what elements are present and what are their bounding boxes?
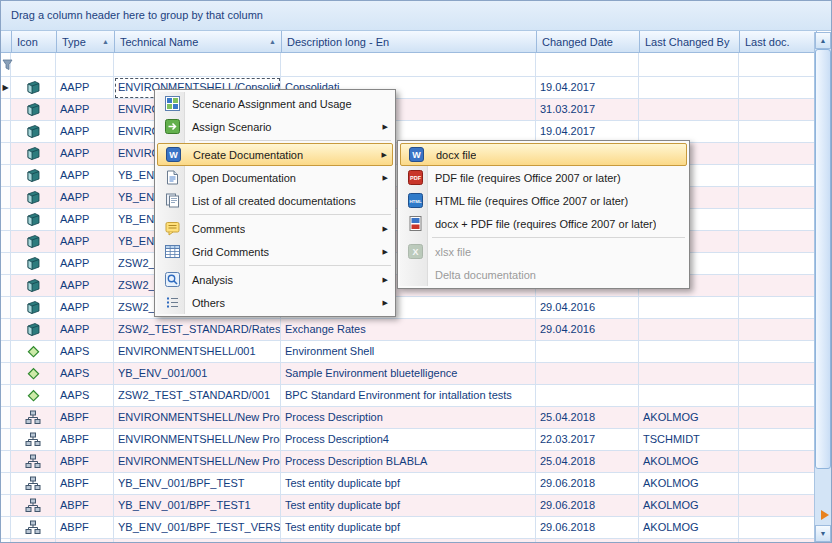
filter-cell-description[interactable]: [281, 53, 536, 77]
last-doc-cell[interactable]: [739, 297, 816, 319]
context-menu-item-create-documentation[interactable]: WCreate Documentation▶: [157, 143, 393, 166]
last-doc-cell[interactable]: [739, 209, 816, 231]
group-by-bar[interactable]: Drag a column header here to group by th…: [1, 1, 831, 31]
type-cell[interactable]: ABPF: [56, 517, 114, 539]
type-cell[interactable]: AAPP: [56, 143, 114, 165]
last-doc-cell[interactable]: [739, 121, 816, 143]
filter-cell-last-doc[interactable]: [739, 53, 816, 77]
technical-name-cell[interactable]: YB_ENV_001/BPF_TEST1: [114, 495, 281, 517]
type-cell[interactable]: ABPF: [56, 473, 114, 495]
changed-date-cell[interactable]: 31.03.2017: [536, 99, 639, 121]
table-row[interactable]: ABPFENVIRONMENTSHELL/New Proc...Process …: [1, 451, 816, 473]
table-row[interactable]: ABPFYB_ENV_001/BPF_TEST_VERSIONTest enti…: [1, 517, 816, 539]
table-row[interactable]: ABPFYB_ENV_001/BPF_TEST1Test entity dupl…: [1, 495, 816, 517]
table-row[interactable]: AAPSYB_ENV_001/001Sample Environment blu…: [1, 363, 816, 385]
table-row[interactable]: AAPSZSW2_TEST_STANDARD/001BPC Standard E…: [1, 385, 816, 407]
column-header-icon[interactable]: Icon: [12, 31, 57, 53]
last-changed-by-cell[interactable]: AKOLMOG: [639, 451, 739, 473]
context-menu-item-scenario-assignment-and-usage[interactable]: Scenario Assignment and Usage: [157, 92, 393, 115]
table-row[interactable]: AAPPENVIRO31.03.2017: [1, 99, 816, 121]
type-cell[interactable]: AAPS: [56, 363, 114, 385]
description-cell[interactable]: BPC Standard Environment for intallation…: [281, 385, 536, 407]
column-header-technical-name[interactable]: Technical Name ▲: [115, 31, 282, 53]
technical-name-cell[interactable]: ZSW2_TEST_STANDARD/001: [114, 385, 281, 407]
column-header-type[interactable]: Type ▲: [57, 31, 115, 53]
last-changed-by-cell[interactable]: [639, 385, 739, 407]
column-header-description[interactable]: Description long - En: [282, 31, 537, 53]
table-row[interactable]: AAPPZSW2_TEST_STANDARD/RatesExchange Rat…: [1, 319, 816, 341]
description-cell[interactable]: Process Description: [281, 407, 536, 429]
type-cell[interactable]: AAPP: [56, 165, 114, 187]
context-menu-item-assign-scenario[interactable]: Assign Scenario▶: [157, 115, 393, 138]
context-menu-item-list-of-all-created-documentations[interactable]: List of all created documentations: [157, 189, 393, 212]
type-cell[interactable]: AAPP: [56, 319, 114, 341]
technical-name-cell[interactable]: YB_ENV_001/New Process12: [114, 539, 281, 543]
description-cell[interactable]: Sample Environment bluetelligence: [281, 363, 536, 385]
last-doc-cell[interactable]: [739, 473, 816, 495]
column-header-last-doc[interactable]: Last doc.: [740, 31, 817, 53]
last-doc-cell[interactable]: [739, 341, 816, 363]
changed-date-cell[interactable]: 29.06.2018: [536, 517, 639, 539]
changed-date-cell[interactable]: [536, 385, 639, 407]
description-cell[interactable]: Test entity duplicate bpf: [281, 517, 536, 539]
changed-date-cell[interactable]: [536, 341, 639, 363]
last-changed-by-cell[interactable]: [639, 363, 739, 385]
last-doc-cell[interactable]: [739, 495, 816, 517]
last-doc-cell[interactable]: [739, 319, 816, 341]
submenu-item-docx-file[interactable]: Wdocx file: [400, 143, 687, 166]
technical-name-cell[interactable]: ENVIRONMENTSHELL/New Proc...: [114, 407, 281, 429]
submenu-item-pdf-file-requires-office-2007-or-later[interactable]: PDFPDF file (requires Office 2007 or lat…: [400, 166, 687, 189]
last-doc-cell[interactable]: [739, 539, 816, 543]
context-menu-item-open-documentation[interactable]: Open Documentation▶: [157, 166, 393, 189]
type-cell[interactable]: AAPP: [56, 297, 114, 319]
technical-name-cell[interactable]: ENVIRONMENTSHELL/New Proc...: [114, 429, 281, 451]
filter-cell-type[interactable]: [56, 53, 114, 77]
last-doc-cell[interactable]: [739, 385, 816, 407]
context-menu-item-analysis[interactable]: Analysis▶: [157, 268, 393, 291]
technical-name-cell[interactable]: ENVIRONMENTSHELL/001: [114, 341, 281, 363]
table-row[interactable]: ▶AAPPENVIRONMENTSHELL/Consolidat...Conso…: [1, 77, 816, 99]
table-row[interactable]: ABPFYB_ENV_001/BPF_TESTTest entity dupli…: [1, 473, 816, 495]
type-cell[interactable]: AAPP: [56, 77, 114, 99]
type-cell[interactable]: ABPF: [56, 495, 114, 517]
type-cell[interactable]: AAPP: [56, 121, 114, 143]
description-cell[interactable]: Process Description4: [281, 429, 536, 451]
changed-date-cell[interactable]: 29.04.2016: [536, 297, 639, 319]
filter-cell-last-changed-by[interactable]: [639, 53, 739, 77]
filter-cell-changed-date[interactable]: [536, 53, 639, 77]
type-cell[interactable]: ABPF: [56, 451, 114, 473]
last-changed-by-cell[interactable]: AKOLMOG: [639, 407, 739, 429]
last-changed-by-cell[interactable]: [639, 297, 739, 319]
technical-name-cell[interactable]: ENVIRONMENTSHELL/New Proc...: [114, 451, 281, 473]
type-cell[interactable]: ABPF: [56, 539, 114, 543]
column-header-last-changed-by[interactable]: Last Changed By: [640, 31, 740, 53]
type-cell[interactable]: AAPS: [56, 385, 114, 407]
technical-name-cell[interactable]: YB_ENV_001/BPF_TEST: [114, 473, 281, 495]
last-changed-by-cell[interactable]: [639, 77, 739, 99]
changed-date-cell[interactable]: [536, 363, 639, 385]
last-changed-by-cell[interactable]: AKOLMOG: [639, 539, 739, 543]
column-header-changed-date[interactable]: Changed Date: [537, 31, 640, 53]
last-doc-cell[interactable]: [739, 231, 816, 253]
description-cell[interactable]: Test entity duplicate bpf: [281, 473, 536, 495]
technical-name-cell[interactable]: ZSW2_TEST_STANDARD/Rates: [114, 319, 281, 341]
last-changed-by-cell[interactable]: TSCHMIDT: [639, 429, 739, 451]
last-changed-by-cell[interactable]: AKOLMOG: [639, 495, 739, 517]
table-row[interactable]: AAPSENVIRONMENTSHELL/001Environment Shel…: [1, 341, 816, 363]
description-cell[interactable]: Test entity duplicate bpf: [281, 495, 536, 517]
description-cell[interactable]: Process Description: [281, 539, 536, 543]
type-cell[interactable]: AAPP: [56, 275, 114, 297]
last-doc-cell[interactable]: [739, 99, 816, 121]
submenu-item-html-file-requires-office-2007-or-later[interactable]: HTMLHTML file (requires Office 2007 or l…: [400, 189, 687, 212]
last-doc-cell[interactable]: [739, 429, 816, 451]
context-menu-item-grid-comments[interactable]: Grid Comments▶: [157, 240, 393, 263]
changed-date-cell[interactable]: 29.06.2018: [536, 495, 639, 517]
changed-date-cell[interactable]: 29.06.2018: [536, 473, 639, 495]
last-changed-by-cell[interactable]: [639, 99, 739, 121]
last-doc-cell[interactable]: [739, 253, 816, 275]
last-changed-by-cell[interactable]: AKOLMOG: [639, 517, 739, 539]
description-cell[interactable]: Process Description BLABLA: [281, 451, 536, 473]
description-cell[interactable]: Exchange Rates: [281, 319, 536, 341]
last-changed-by-cell[interactable]: AKOLMOG: [639, 473, 739, 495]
changed-date-cell[interactable]: 29.04.2016: [536, 319, 639, 341]
